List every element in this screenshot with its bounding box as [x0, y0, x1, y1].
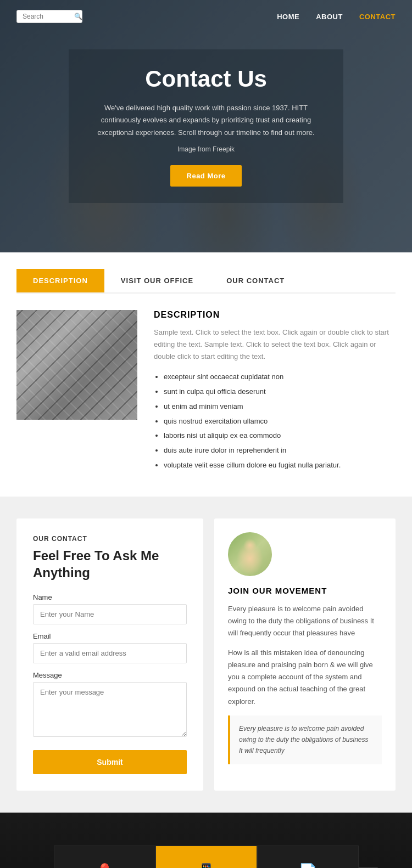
navbar: 🔍 HOME ABOUT CONTACT	[0, 0, 412, 33]
email-label: Email	[33, 632, 187, 640]
nav-about[interactable]: ABOUT	[316, 13, 343, 21]
hero-section: Contact Us We've delivered high quality …	[0, 0, 412, 252]
read-more-button[interactable]: Read More	[170, 165, 242, 187]
footer-cards: 📍 ADDRESS 27 13 Lowe Haven 📱 PHONE +111 …	[16, 846, 396, 868]
list-item: excepteur sint occaecat cupidatat non	[164, 371, 396, 383]
hero-content: Contact Us We've delivered high quality …	[69, 49, 343, 202]
footer-card-address: 📍 ADDRESS 27 13 Lowe Haven	[54, 846, 155, 868]
nav-contact[interactable]: CONTACT	[359, 13, 396, 21]
tabs-bar: DESCRIPTION VISIT OUR OFFICE OUR CONTACT	[16, 269, 396, 294]
list-item: laboris nisi ut aliquip ex ea commodo	[164, 430, 396, 442]
nav-links: HOME ABOUT CONTACT	[277, 13, 396, 21]
hero-title: Contact Us	[91, 66, 321, 92]
description-body: Sample text. Click to select the text bo…	[154, 326, 396, 363]
message-label: Message	[33, 671, 187, 679]
address-icon: 📍	[65, 863, 144, 868]
join-text-2: How is all this mistaken idea of denounc…	[228, 647, 382, 707]
hero-description: We've delivered high quality work with p…	[91, 102, 321, 138]
search-input[interactable]	[23, 13, 72, 20]
email-input[interactable]	[33, 643, 187, 663]
tab-our-contact[interactable]: OUR CONTACT	[210, 269, 301, 292]
our-contact-label: OUR CONTACT	[33, 535, 187, 543]
contact-form-box: OUR CONTACT Feel Free To Ask Me Anything…	[16, 518, 203, 791]
email-field-group: Email	[33, 632, 187, 663]
phone-icon: 📱	[167, 863, 246, 868]
join-title: JOIN OUR MOVEMENT	[228, 586, 382, 595]
name-label: Name	[33, 593, 187, 601]
tab-visit-office[interactable]: VISIT OUR OFFICE	[104, 269, 210, 292]
search-box[interactable]: 🔍	[16, 10, 82, 23]
description-section: DESCRIPTION Sample text. Click to select…	[0, 294, 412, 497]
description-list: excepteur sint occaecat cupidatat non su…	[154, 371, 396, 471]
submit-button[interactable]: Submit	[33, 750, 187, 774]
description-title: DESCRIPTION	[154, 310, 396, 320]
tab-description[interactable]: DESCRIPTION	[16, 269, 104, 292]
join-quote: Every pleasure is to welcome pain avoide…	[228, 715, 382, 764]
name-input[interactable]	[33, 604, 187, 624]
list-item: quis nostrud exercitation ullamco	[164, 416, 396, 427]
contact-section: OUR CONTACT Feel Free To Ask Me Anything…	[0, 497, 412, 813]
email-icon: 📄	[269, 863, 347, 868]
name-field-group: Name	[33, 593, 187, 624]
avatar	[228, 532, 272, 576]
nav-home[interactable]: HOME	[277, 13, 299, 21]
description-text: DESCRIPTION Sample text. Click to select…	[154, 310, 396, 475]
list-item: voluptate velit esse cillum dolore eu fu…	[164, 460, 396, 471]
list-item: sunt in culpa qui officia deserunt	[164, 386, 396, 398]
list-item: duis aute irure dolor in reprehenderit i…	[164, 445, 396, 456]
contact-heading: Feel Free To Ask Me Anything	[33, 547, 187, 581]
hero-image-credit: Image from Freepik	[91, 145, 321, 153]
footer-card-phone: 📱 PHONE +111 343 43 43	[155, 846, 257, 868]
message-textarea[interactable]	[33, 682, 187, 737]
description-image	[16, 310, 137, 420]
join-box: JOIN OUR MOVEMENT Every pleasure is to w…	[214, 518, 396, 791]
join-text-1: Every pleasure is to welcome pain avoide…	[228, 603, 382, 639]
list-item: ut enim ad minim veniam	[164, 401, 396, 413]
search-icon: 🔍	[74, 13, 82, 20]
footer: 📍 ADDRESS 27 13 Lowe Haven 📱 PHONE +111 …	[0, 813, 412, 868]
footer-card-email: 📄 E-MAIL business@info.com	[257, 846, 359, 868]
message-field-group: Message	[33, 671, 187, 739]
